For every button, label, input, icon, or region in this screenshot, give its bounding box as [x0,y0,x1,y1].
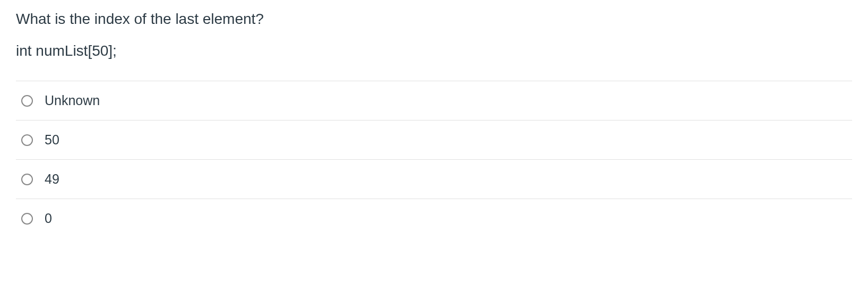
option-label: Unknown [45,93,100,108]
option-row[interactable]: Unknown [16,81,852,121]
quiz-question: What is the index of the last element? i… [16,11,852,238]
option-row[interactable]: 0 [16,199,852,238]
options-list: Unknown 50 49 0 [16,81,852,238]
option-label: 0 [45,211,52,226]
radio-icon[interactable] [21,213,33,225]
radio-icon[interactable] [21,95,33,107]
radio-icon[interactable] [21,134,33,146]
option-label: 49 [45,171,59,187]
question-code: int numList[50]; [16,42,852,59]
question-prompt: What is the index of the last element? [16,11,852,28]
radio-icon[interactable] [21,174,33,185]
option-row[interactable]: 49 [16,160,852,199]
option-row[interactable]: 50 [16,121,852,160]
option-label: 50 [45,132,59,148]
